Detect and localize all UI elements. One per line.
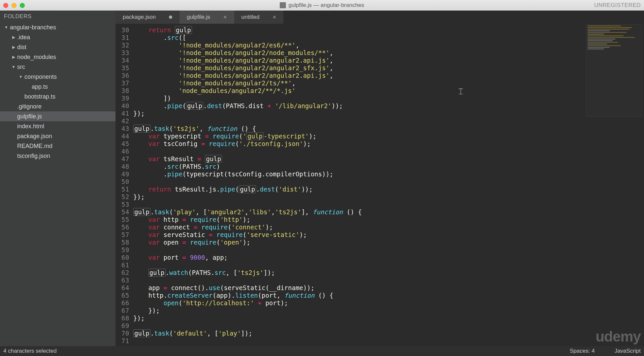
code-line[interactable] (133, 117, 644, 125)
tab[interactable]: gulpfile.js× (179, 11, 234, 24)
code-line[interactable]: .pipe(typescript(tscConfig.compilerOptio… (133, 170, 644, 178)
line-number: 70 (115, 330, 129, 337)
unregistered-label: UNREGISTERED (594, 2, 641, 9)
code-line[interactable]: gulp.task('play', ['angular2','libs','ts… (133, 208, 644, 216)
code-line[interactable] (133, 261, 644, 269)
line-number: 45 (115, 140, 129, 148)
code-line[interactable] (133, 277, 644, 284)
code-line[interactable]: '!node_modules/angular2/ts/**', (133, 79, 644, 87)
folder-item[interactable]: ▶node_modules (0, 52, 115, 62)
minimize-window-button[interactable] (12, 3, 16, 8)
tab-label: untitled (242, 14, 260, 20)
code-line[interactable]: .pipe(gulp.dest(PATHS.dist + '/lib/angul… (133, 102, 644, 110)
folder-item[interactable]: ▶.idea (0, 32, 115, 42)
line-number: 61 (115, 261, 129, 269)
file-item[interactable]: index.html (0, 121, 115, 131)
code-line[interactable]: gulp.task('default', ['play']); (133, 330, 644, 337)
code-line[interactable]: return tsResult.js.pipe(gulp.dest('dist'… (133, 186, 644, 193)
code-line[interactable]: var connect = require('connect'); (133, 223, 644, 231)
line-number: 41 (115, 110, 129, 117)
file-item[interactable]: bootstrap.ts (0, 92, 115, 102)
code-line[interactable]: '!node_modules/angular2/angular2.api.js'… (133, 72, 644, 79)
code-line[interactable]: .src(PATHS.src) (133, 163, 644, 170)
code-line[interactable] (133, 322, 644, 330)
code-line[interactable] (133, 337, 644, 345)
folder-item[interactable]: ▼angular-branches (0, 22, 115, 32)
titlebar: gulpfile.js — angular-branches UNREGISTE… (0, 0, 644, 11)
code-line[interactable]: app = connect().use(serveStatic(__dirnam… (133, 284, 644, 292)
zoom-window-button[interactable] (20, 3, 25, 8)
tab-bar: package.jsongulpfile.js×untitled× (115, 11, 644, 24)
line-number: 39 (115, 95, 129, 102)
file-item[interactable]: app.ts (0, 82, 115, 92)
code-line[interactable]: }); (133, 193, 644, 201)
code-line[interactable] (133, 148, 644, 155)
syntax-status[interactable]: JavaScript (615, 348, 641, 354)
tree-item-label: angular-branches (10, 24, 56, 31)
line-number: 66 (115, 299, 129, 307)
code-line[interactable]: var tscConfig = require('./tsconfig.json… (133, 140, 644, 148)
code-line[interactable]: return gulp (133, 26, 644, 34)
code-line[interactable]: http.createServer(app).listen(port, func… (133, 292, 644, 299)
code-line[interactable]: '!node_modules/angular2/angular2.api.js'… (133, 57, 644, 64)
code-line[interactable]: var open = require('open'); (133, 239, 644, 246)
code-line[interactable]: '!node_modules/angular2/angular2_sfx.js'… (133, 64, 644, 72)
window-title: gulpfile.js — angular-branches (280, 2, 364, 9)
close-window-button[interactable] (3, 3, 8, 8)
tab-label: package.json (123, 14, 156, 20)
code-line[interactable]: var http = require('http'); (133, 216, 644, 223)
tree-item-label: gulpfile.js (17, 113, 42, 120)
tree-item-label: tsconfig.json (17, 153, 50, 160)
code-line[interactable] (133, 201, 644, 208)
folder-item[interactable]: ▼src (0, 62, 115, 72)
close-tab-icon[interactable]: × (223, 14, 227, 21)
folder-item[interactable]: ▶dist (0, 42, 115, 52)
code-line[interactable]: '!node_modules/angular2/es6/**', (133, 42, 644, 49)
file-item[interactable]: .gitignore (0, 102, 115, 111)
code-line[interactable] (133, 178, 644, 186)
code-line[interactable]: var tsResult = gulp (133, 155, 644, 163)
line-number: 54 (115, 208, 129, 216)
code-line[interactable]: gulp.task('ts2js', function () { (133, 125, 644, 133)
code-line[interactable] (133, 246, 644, 254)
file-item[interactable]: tsconfig.json (0, 151, 115, 161)
code-view[interactable]: 3031323334353637383940414243444546474849… (115, 24, 644, 346)
code-line[interactable]: var port = 9000, app; (133, 254, 644, 261)
chevron-right-icon[interactable]: ▶ (11, 35, 16, 40)
tree-item-label: .idea (17, 34, 30, 41)
tree-item-label: dist (17, 44, 26, 51)
tab[interactable]: package.json (115, 11, 179, 24)
line-number: 52 (115, 193, 129, 201)
file-item[interactable]: package.json (0, 131, 115, 141)
chevron-right-icon[interactable]: ▶ (11, 55, 16, 59)
file-item[interactable]: gulpfile.js (0, 111, 115, 121)
chevron-down-icon[interactable]: ▼ (4, 25, 9, 30)
code-line[interactable]: '!node_modules/angular2/node_modules/**'… (133, 49, 644, 57)
code-line[interactable]: ]) (133, 95, 644, 102)
code-content[interactable]: return gulp .src([ '!node_modules/angula… (133, 24, 644, 346)
tab[interactable]: untitled× (234, 11, 283, 24)
line-number: 50 (115, 178, 129, 186)
line-number: 48 (115, 163, 129, 170)
code-line[interactable]: var typescript = require('gulp-typescrip… (133, 133, 644, 140)
chevron-right-icon[interactable]: ▶ (11, 45, 16, 49)
line-number: 62 (115, 269, 129, 277)
code-line[interactable]: }); (133, 314, 644, 322)
minimap[interactable] (586, 24, 642, 117)
line-number-gutter: 3031323334353637383940414243444546474849… (115, 24, 133, 346)
code-line[interactable]: var serveStatic = require('serve-static'… (133, 231, 644, 239)
line-number: 37 (115, 79, 129, 87)
code-line[interactable]: gulp.watch(PATHS.src, ['ts2js']); (133, 269, 644, 277)
selection-status: 4 characters selected (3, 348, 57, 354)
close-tab-icon[interactable]: × (273, 14, 276, 21)
code-line[interactable]: open('http://localhost:' + port); (133, 299, 644, 307)
code-line[interactable]: }); (133, 110, 644, 117)
chevron-down-icon[interactable]: ▼ (11, 65, 16, 69)
chevron-down-icon[interactable]: ▼ (18, 74, 23, 79)
code-line[interactable]: }); (133, 307, 644, 314)
file-item[interactable]: README.md (0, 141, 115, 151)
indentation-status[interactable]: Spaces: 4 (570, 348, 595, 354)
code-line[interactable]: .src([ (133, 34, 644, 42)
code-line[interactable]: 'node_modules/angular2/**/*.js' (133, 87, 644, 95)
folder-item[interactable]: ▼components (0, 72, 115, 82)
